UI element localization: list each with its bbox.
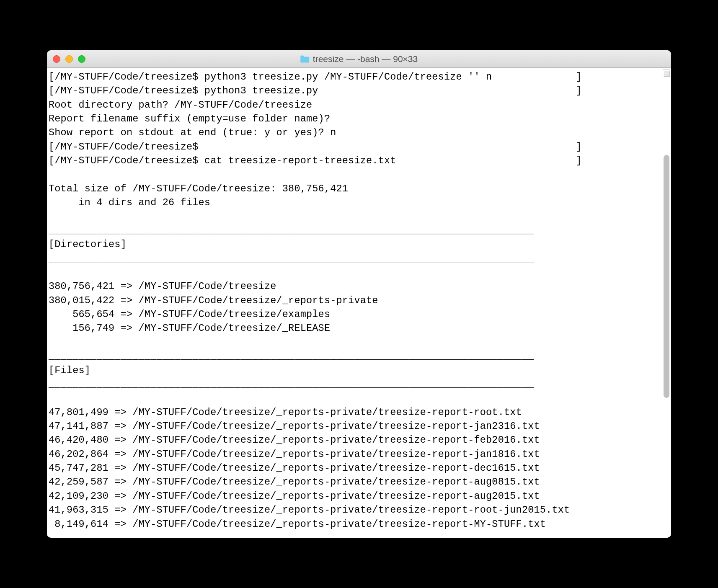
close-button[interactable] [53, 55, 60, 63]
minimize-button[interactable] [65, 55, 73, 63]
scrollbar-track[interactable] [663, 71, 670, 534]
zoom-button[interactable] [78, 55, 85, 63]
terminal-output[interactable]: [/MY-STUFF/Code/treesize$ python3 treesi… [49, 70, 669, 531]
terminal-window: treesize — -bash — 90×33 [/MY-STUFF/Code… [47, 50, 671, 538]
window-title-text: treesize — -bash — 90×33 [313, 54, 418, 64]
terminal-body[interactable]: [/MY-STUFF/Code/treesize$ python3 treesi… [47, 68, 671, 538]
window-controls [53, 55, 85, 63]
window-title-area: treesize — -bash — 90×33 [300, 54, 418, 64]
scrollbar-thumb[interactable] [664, 155, 669, 398]
folder-icon [300, 55, 310, 63]
window-titlebar[interactable]: treesize — -bash — 90×33 [47, 50, 671, 68]
